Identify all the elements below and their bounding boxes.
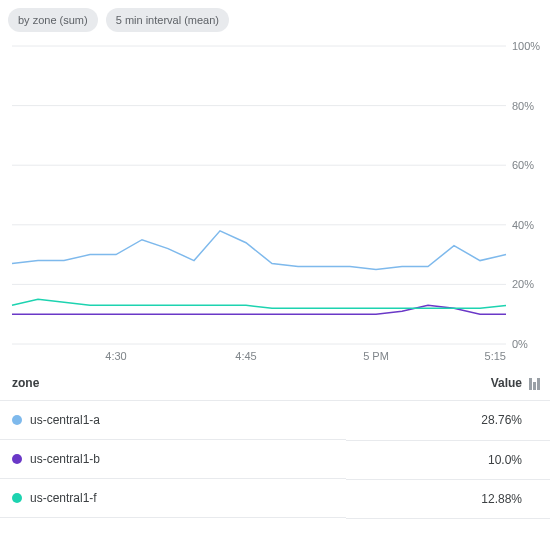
zone-name: us-central1-f — [30, 491, 97, 505]
svg-text:4:45: 4:45 — [235, 350, 256, 362]
series-color-dot — [12, 493, 22, 503]
legend-table: zone Value us-central1-a28.76%us-central… — [0, 366, 550, 519]
svg-text:5:15: 5:15 — [485, 350, 506, 362]
value-cell: 28.76% — [346, 401, 528, 441]
col-settings[interactable] — [528, 366, 550, 401]
svg-text:5 PM: 5 PM — [363, 350, 389, 362]
zone-cell: us-central1-b — [0, 440, 346, 479]
columns-icon — [529, 378, 540, 390]
col-value[interactable]: Value — [346, 366, 528, 401]
table-header-row: zone Value — [0, 366, 550, 401]
zone-name: us-central1-b — [30, 452, 100, 466]
row-spacer — [528, 479, 550, 518]
line-chart: 0%20%40%60%80%100%4:304:455 PM5:15 — [0, 36, 550, 366]
value-cell: 10.0% — [346, 440, 528, 479]
table-row[interactable]: us-central1-a28.76% — [0, 401, 550, 441]
series-color-dot — [12, 454, 22, 464]
zone-name: us-central1-a — [30, 413, 100, 427]
svg-text:80%: 80% — [512, 100, 534, 112]
row-spacer — [528, 440, 550, 479]
svg-text:0%: 0% — [512, 338, 528, 350]
table-row[interactable]: us-central1-b10.0% — [0, 440, 550, 479]
svg-text:40%: 40% — [512, 219, 534, 231]
svg-text:100%: 100% — [512, 40, 540, 52]
series-color-dot — [12, 415, 22, 425]
col-zone[interactable]: zone — [0, 366, 346, 401]
row-spacer — [528, 401, 550, 441]
chip-by-zone[interactable]: by zone (sum) — [8, 8, 98, 32]
filter-chips: by zone (sum) 5 min interval (mean) — [0, 0, 550, 36]
series-us-central1-f — [12, 299, 506, 308]
svg-text:60%: 60% — [512, 159, 534, 171]
table-row[interactable]: us-central1-f12.88% — [0, 479, 550, 518]
chart-svg: 0%20%40%60%80%100%4:304:455 PM5:15 — [0, 36, 550, 366]
svg-text:4:30: 4:30 — [105, 350, 126, 362]
chip-interval[interactable]: 5 min interval (mean) — [106, 8, 229, 32]
value-cell: 12.88% — [346, 479, 528, 518]
zone-cell: us-central1-a — [0, 401, 346, 440]
zone-cell: us-central1-f — [0, 479, 346, 518]
svg-text:20%: 20% — [512, 278, 534, 290]
series-us-central1-a — [12, 231, 506, 270]
